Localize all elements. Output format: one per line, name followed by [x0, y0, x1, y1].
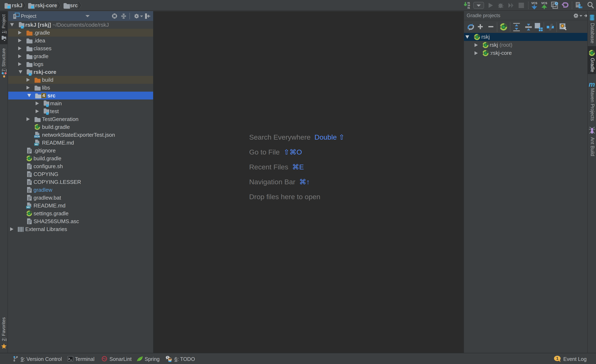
svg-text:01: 01 [468, 2, 470, 4]
svg-text:1: 1 [556, 356, 558, 361]
svg-text:VCS: VCS [531, 1, 537, 5]
svg-text:10: 10 [468, 4, 470, 7]
svg-text:VCS: VCS [541, 1, 547, 5]
svg-text:01: 01 [468, 7, 470, 9]
